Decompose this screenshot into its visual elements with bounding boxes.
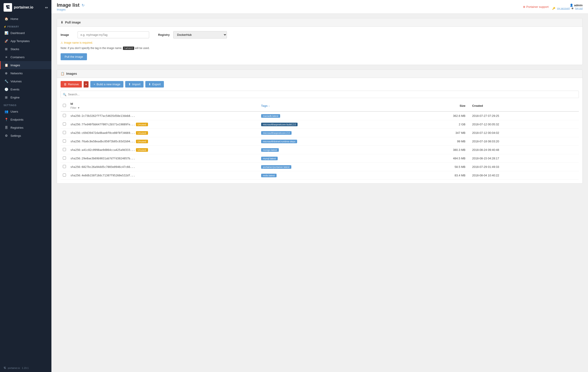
networks-icon: ⊕ [4,71,8,75]
main-content: Image list ↻ Images ⊗ Portainer support … [52,0,588,372]
row-created: 2018-07-18 08:03:20 [472,140,499,143]
sidebar-item-users[interactable]: 👥 Users [0,108,52,116]
images-actions: 🗑 Remove ▾ + Build a new image ⬆ Import … [57,78,582,88]
row-checkbox[interactable] [63,174,66,177]
sidebar-item-settings[interactable]: ⚙ Settings [0,131,52,140]
sidebar-item-events[interactable]: 🕐 Events [0,85,52,93]
sidebar-item-home[interactable]: 🏠 Home [0,15,52,23]
header-right: ⊗ Portainer support 👤 admin 🔑 my account… [523,4,583,10]
page-title-text: Image list [57,2,79,8]
sort-icon: ↕ [269,105,270,107]
page-title: Image list ↻ [57,2,84,8]
tag-badge: redis:latest [261,174,277,177]
filter-row: Filter ▼ [70,106,257,109]
row-checkbox-cell[interactable] [61,154,68,163]
row-id: sha256:7fed40fbb647f007c2b571e19889fe... [70,123,135,126]
images-table: Id Filter ▼ Tags ↕ Si [61,100,579,180]
breadcrumb: Images [57,8,84,11]
build-button[interactable]: + Build a new image [90,81,123,88]
build-label: Build a new image [97,83,120,86]
sidebar-toggle-icon[interactable]: ⇔ [45,5,48,10]
user-links: 🔑 my account ⊗ log out [552,7,583,10]
stacks-icon: ⊞ [4,47,8,51]
row-checkbox-cell[interactable] [61,171,68,180]
row-checkbox-cell[interactable] [61,163,68,171]
row-checkbox[interactable] [63,165,66,168]
tag-badge: mongo:latest [261,148,279,152]
row-checkbox[interactable] [63,148,66,151]
tag-badge: microsoft/dotnet:runtime-deps [261,140,297,143]
sidebar-footer: 🏗 portainer.io 1.19.1 [0,364,52,372]
sidebar-item-networks[interactable]: ⊕ Networks [0,69,52,77]
row-tags-cell: portainer/portainer:latest [259,163,409,171]
pull-image-panel: ⬇ Pull image Image Registry DockerHub ⚠ … [57,18,583,65]
row-checkbox[interactable] [63,114,66,117]
row-tags-cell: mariadb:latest [259,111,409,120]
table-row: sha256:2c73b3262fff7ac54635d58e13deb8...… [61,111,579,120]
row-checkbox-cell[interactable] [61,146,68,154]
row-checkbox[interactable] [63,122,66,126]
refresh-button[interactable]: ↻ [82,3,84,7]
created-col-header: Created [470,100,579,111]
search-input[interactable] [61,91,579,98]
sidebar-item-images[interactable]: 📋 Images [0,61,52,69]
row-size-cell: 99 MB [409,137,470,146]
pull-image-button[interactable]: Pull the image [61,53,87,60]
sidebar-item-dashboard[interactable]: 📊 Dashboard [0,29,52,37]
sidebar-item-label: App Templates [10,39,30,43]
row-checkbox[interactable] [63,156,66,160]
sidebar-item-volumes[interactable]: 🔧 Volumes [0,77,52,85]
my-account-link[interactable]: my account [557,7,570,10]
images-panel-title: Images [66,72,77,76]
row-checkbox-cell[interactable] [61,137,68,146]
row-id: sha256:4e8db158f18dc71307f95260e532df... [70,174,135,177]
image-input[interactable] [78,31,149,38]
search-icon: 🔍 [63,93,66,96]
breadcrumb-link[interactable]: Images [57,8,65,11]
select-all-checkbox[interactable] [63,104,66,107]
engine-icon: ⊞ [4,96,8,99]
tags-col-label: Tags [261,104,268,108]
sidebar-item-label: Home [10,17,18,21]
size-col-label: Size [460,104,465,108]
row-id: sha256:29e0ae3b69b9031ab7d7fd3024057b... [70,157,135,160]
row-id-cell: sha256:7fed40fbb647f007c2b571e19889fe...… [68,120,259,129]
row-checkbox-cell[interactable] [61,111,68,120]
row-checkbox[interactable] [63,131,66,134]
row-created: 2018-08-04 10:40:22 [472,174,499,177]
sidebar-item-label: Engine [10,96,20,99]
row-size: 347 MB [455,131,465,134]
filter-icon: ▼ [77,106,80,109]
row-created: 2018-07-27 07:29:25 [472,114,499,118]
sidebar-item-label: Endpoints [10,118,23,121]
row-checkbox[interactable] [63,140,66,142]
logo-icon: 🏗 [4,3,12,12]
select-all-col[interactable] [61,100,68,111]
tags-col-header[interactable]: Tags ↕ [259,100,409,111]
support-link[interactable]: ⊗ Portainer support [523,5,549,9]
registry-select[interactable]: DockerHub [173,31,227,39]
sidebar-item-registries[interactable]: 🗄 Registries [0,124,52,131]
import-button[interactable]: ⬆ Import [125,81,144,88]
page-content: ⬇ Pull image Image Registry DockerHub ⚠ … [52,14,588,193]
row-created: 2018-07-12 00:05:32 [472,123,499,126]
row-checkbox-cell[interactable] [61,129,68,137]
row-id: sha256:c69d39472da9bae8f0ce08f8f34669... [70,131,135,134]
sidebar-item-stacks[interactable]: ⊞ Stacks [0,45,52,53]
export-button[interactable]: ⬇ Export [145,81,164,88]
images-icon: 📋 [4,63,8,67]
row-checkbox-cell[interactable] [61,120,68,129]
image-form-row: Image Registry DockerHub [61,31,579,39]
sidebar-item-containers[interactable]: ≡ Containers [0,53,52,61]
remove-caret-button[interactable]: ▾ [84,81,89,88]
download-icon: ⬇ [148,83,151,86]
sidebar-item-endpoints[interactable]: 📍 Endpoints [0,116,52,124]
sidebar-item-engine[interactable]: ⊞ Engine [0,93,52,101]
unused-badge: Unused [136,131,148,135]
sidebar-item-app-templates[interactable]: 🚀 App Templates [0,37,52,45]
sidebar-item-label: Networks [10,72,22,75]
settings-icon: ⚙ [4,134,8,137]
remove-button[interactable]: 🗑 Remove [61,81,82,88]
support-label: Portainer support [526,5,549,9]
logout-link[interactable]: log out [575,7,583,10]
